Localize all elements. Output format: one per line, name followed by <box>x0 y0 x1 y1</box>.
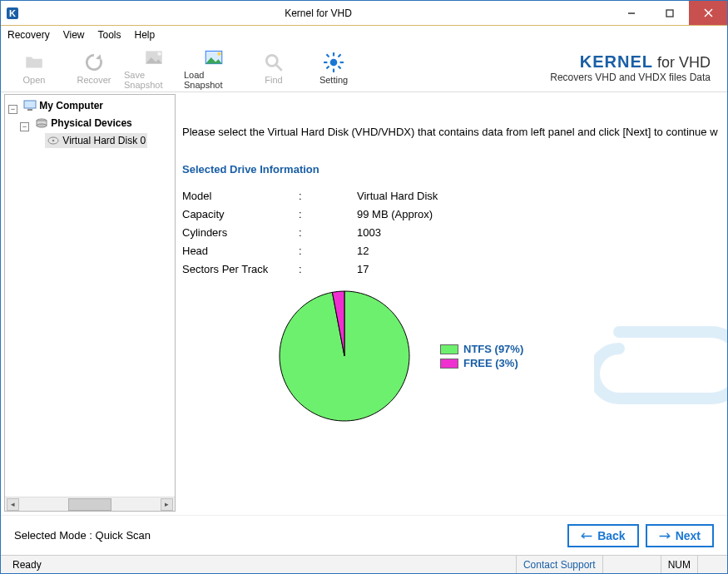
scroll-right-arrow[interactable]: ▸ <box>161 498 173 511</box>
load-snapshot-button[interactable]: Load Snapshot <box>184 45 244 92</box>
svg-rect-14 <box>333 68 334 72</box>
menu-tools[interactable]: Tools <box>97 29 121 41</box>
find-button[interactable]: Find <box>244 45 304 92</box>
brand-tagline: Recovers VHD and VHDX files Data <box>550 72 711 83</box>
minimize-icon <box>627 9 636 17</box>
expander-root[interactable]: − <box>8 105 17 114</box>
info-row-head: Head:12 <box>182 242 727 260</box>
menu-view[interactable]: View <box>63 29 85 41</box>
tree-horizontal-scrollbar[interactable]: ◂ ▸ <box>5 497 175 511</box>
svg-rect-17 <box>326 53 330 57</box>
brand-name: KERNEL <box>580 52 653 71</box>
svg-rect-22 <box>27 109 32 111</box>
load-snapshot-icon <box>203 47 225 68</box>
recover-button[interactable]: Recover <box>64 45 124 92</box>
legend-free-swatch <box>440 359 458 369</box>
status-num: NUM <box>661 556 697 573</box>
info-row-capacity: Capacity:99 MB (Approx) <box>182 205 727 224</box>
svg-text:K: K <box>9 8 16 18</box>
setting-label: Setting <box>319 75 348 85</box>
scroll-thumb[interactable] <box>68 498 111 511</box>
svg-line-11 <box>276 65 282 71</box>
capacity-label: Capacity <box>182 205 299 224</box>
maximize-icon <box>666 9 674 17</box>
legend-ntfs-swatch <box>440 344 458 354</box>
spt-label: Sectors Per Track <box>182 260 299 279</box>
window-title: Kernel for VHD <box>24 7 612 19</box>
svg-rect-16 <box>340 61 344 62</box>
folder-icon <box>23 52 45 73</box>
selected-mode: Selected Mode : Quick Scan <box>14 529 151 542</box>
open-label: Open <box>23 75 46 85</box>
model-label: Model <box>182 187 299 205</box>
contact-support-link[interactable]: Contact Support <box>516 556 602 573</box>
minimize-button[interactable] <box>612 1 651 25</box>
status-ready: Ready <box>6 556 516 573</box>
close-icon <box>704 8 713 17</box>
computer-icon <box>23 100 37 111</box>
status-bar: Ready Contact Support NUM <box>1 555 727 573</box>
tree-physical-label: Physical Devices <box>51 116 131 131</box>
app-window: K Kernel for VHD Recovery View Tools Hel… <box>0 0 728 574</box>
svg-point-10 <box>266 55 277 66</box>
svg-rect-15 <box>324 61 327 62</box>
svg-point-12 <box>330 58 338 66</box>
disk-icon <box>47 135 60 146</box>
arrow-right-icon: 🡒 <box>659 529 671 542</box>
svg-point-25 <box>37 124 47 127</box>
brand-block: KERNEL for VHD Recovers VHD and VHDX fil… <box>550 52 711 83</box>
svg-rect-21 <box>24 101 36 108</box>
svg-rect-20 <box>326 65 330 69</box>
save-snapshot-label: Save Snapshot <box>124 70 184 90</box>
footer-bar: Selected Mode : Quick Scan 🡐Back 🡒Next <box>1 515 727 555</box>
toolbar: Open Recover Save Snapshot Load Snapshot… <box>1 44 727 92</box>
back-button[interactable]: 🡐Back <box>567 524 638 547</box>
menu-help[interactable]: Help <box>135 29 156 41</box>
svg-point-27 <box>52 140 55 142</box>
brand-suffix: for VHD <box>653 54 711 71</box>
info-row-model: Model:Virtual Hard Disk <box>182 187 727 205</box>
svg-rect-3 <box>666 10 673 17</box>
capacity-value: 99 MB (Approx) <box>357 205 433 224</box>
next-label: Next <box>676 529 701 542</box>
setting-button[interactable]: Setting <box>304 45 364 92</box>
next-button[interactable]: 🡒Next <box>646 524 714 547</box>
tree-pane[interactable]: − My Computer − Physical Devices <box>4 94 176 512</box>
info-row-spt: Sectors Per Track:17 <box>182 260 727 279</box>
legend-ntfs-label: NTFS (97%) <box>463 343 523 355</box>
cylinders-value: 1003 <box>357 224 381 242</box>
instruction-text: Please select the Virtual Hard Disk (VHD… <box>182 126 727 138</box>
save-snapshot-button[interactable]: Save Snapshot <box>124 45 184 92</box>
tree-vhd0-label: Virtual Hard Disk 0 <box>62 133 146 148</box>
recover-icon <box>83 52 105 73</box>
section-heading: Selected Drive Information <box>182 163 727 176</box>
body: − My Computer − Physical Devices <box>1 92 727 515</box>
tree-root-label: My Computer <box>39 98 103 113</box>
svg-point-9 <box>217 52 220 55</box>
load-snapshot-label: Load Snapshot <box>184 70 244 90</box>
tree-vhd-0[interactable]: Virtual Hard Disk 0 <box>45 133 147 148</box>
tree-my-computer[interactable]: My Computer <box>22 98 105 113</box>
tree-physical-devices[interactable]: Physical Devices <box>33 116 133 131</box>
close-button[interactable] <box>689 1 727 25</box>
legend-ntfs: NTFS (97%) <box>440 343 523 355</box>
expander-physical[interactable]: − <box>20 122 29 131</box>
maximize-button[interactable] <box>651 1 689 25</box>
head-label: Head <box>182 242 299 260</box>
gear-icon <box>323 52 344 73</box>
cylinders-label: Cylinders <box>182 224 299 242</box>
svg-point-7 <box>157 52 161 55</box>
menu-bar: Recovery View Tools Help <box>1 26 727 44</box>
svg-rect-13 <box>333 52 334 56</box>
info-row-cylinders: Cylinders:1003 <box>182 224 727 242</box>
pie-chart <box>274 285 415 427</box>
back-label: Back <box>597 529 625 542</box>
legend-free-label: FREE (3%) <box>463 357 518 369</box>
scroll-left-arrow[interactable]: ◂ <box>7 498 19 511</box>
find-label: Find <box>265 75 282 85</box>
menu-recovery[interactable]: Recovery <box>7 29 50 41</box>
watermark-icon <box>594 282 727 448</box>
open-button[interactable]: Open <box>4 45 64 92</box>
chart-legend: NTFS (97%) FREE (3%) <box>440 341 523 371</box>
arrow-left-icon: 🡐 <box>581 529 592 542</box>
